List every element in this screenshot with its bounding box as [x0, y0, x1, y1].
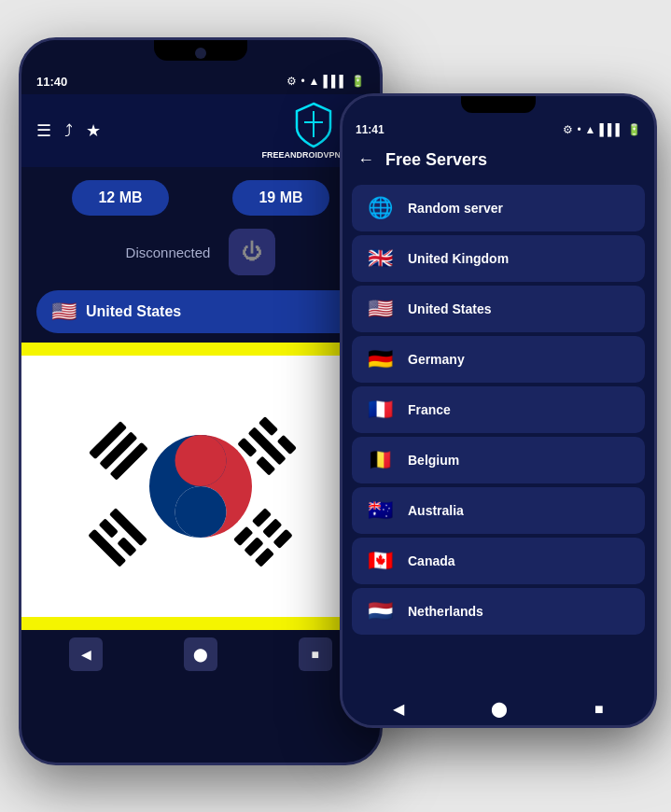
back-icon-left: ◀ — [81, 647, 91, 662]
bottom-nav-left: ◀ ⬤ ■ — [21, 630, 380, 679]
server-item[interactable]: 🇬🇧 United Kingdom — [352, 235, 645, 282]
phone-left: 11:40 ⚙ • ▲ ▌▌▌ 🔋 ☰ ⤴ ★ FREEANDROIDVPN .… — [19, 37, 383, 765]
server-name-0: Random server — [408, 201, 503, 216]
ad-banner-top — [21, 343, 380, 356]
server-item[interactable]: 🇨🇦 Canada — [352, 538, 645, 584]
server-item[interactable]: 🇳🇱 Netherlands — [352, 588, 645, 635]
server-item[interactable]: 🌐 Random server — [352, 185, 645, 231]
notch-center-right — [461, 96, 536, 113]
back-button-right[interactable]: ← — [357, 150, 374, 170]
server-name-2: United States — [408, 301, 491, 316]
settings-icon-left: ⚙ — [287, 75, 297, 88]
share-icon[interactable]: ⤴ — [64, 121, 73, 141]
svg-point-2 — [175, 435, 227, 486]
right-header: ← Free Servers — [342, 141, 654, 181]
ad-banner-bottom — [21, 617, 380, 630]
back-icon-right[interactable]: ◀ — [393, 700, 404, 718]
download-stat: 12 MB — [72, 180, 168, 216]
header-icons-left: ☰ ⤴ ★ — [36, 120, 101, 141]
server-name-6: Australia — [408, 503, 464, 518]
logo-shield — [293, 102, 334, 148]
korea-flag-svg — [42, 379, 359, 594]
server-name-4: France — [408, 402, 451, 417]
server-item[interactable]: 🇫🇷 France — [352, 386, 645, 433]
server-flag-5: 🇧🇪 — [365, 448, 395, 472]
recents-icon-right[interactable]: ■ — [594, 701, 604, 718]
wifi-icon-right: ▲ — [585, 123, 596, 136]
server-flag-2: 🇺🇸 — [365, 297, 395, 321]
wifi-icon-left: ▲ — [309, 75, 320, 88]
country-selector[interactable]: 🇺🇸 United States ⌄ — [36, 290, 365, 333]
server-item[interactable]: 🇧🇪 Belgium — [352, 437, 645, 483]
server-name-7: Canada — [408, 553, 455, 568]
server-flag-3: 🇩🇪 — [365, 347, 395, 371]
battery-icon-left: 🔋 — [351, 75, 365, 88]
time-right: 11:41 — [356, 123, 384, 136]
server-name-3: Germany — [408, 352, 465, 367]
dot-icon-left: • — [301, 75, 304, 88]
country-flag-left: 🇺🇸 — [51, 300, 77, 324]
server-list: 🌐 Random server 🇬🇧 United Kingdom 🇺🇸 Uni… — [342, 181, 654, 693]
back-nav-left[interactable]: ◀ — [69, 637, 103, 671]
phone-right: 11:41 ⚙ • ▲ ▌▌▌ 🔋 ← Free Servers 🌐 Rando… — [340, 93, 657, 728]
home-icon-right[interactable]: ⬤ — [491, 700, 508, 718]
app-header-left: ☰ ⤴ ★ FREEANDROIDVPN .COM — [21, 94, 380, 167]
svg-point-3 — [175, 486, 227, 538]
connection-status: Disconnected — [126, 245, 211, 260]
status-icons-right: ⚙ • ▲ ▌▌▌ 🔋 — [563, 123, 641, 136]
country-name-left: United States — [86, 303, 329, 320]
status-icons-left: ⚙ • ▲ ▌▌▌ 🔋 — [287, 75, 365, 88]
signal-icon-left: ▌▌▌ — [323, 75, 347, 88]
time-left: 11:40 — [36, 75, 67, 89]
power-icon: ⏻ — [242, 240, 262, 264]
status-bar-right: 11:41 ⚙ • ▲ ▌▌▌ 🔋 — [342, 119, 654, 141]
notch-left — [21, 40, 380, 68]
recents-icon-left: ■ — [311, 647, 318, 662]
disconnect-row: Disconnected ⏻ — [21, 223, 380, 285]
server-name-1: United Kingdom — [408, 251, 509, 266]
menu-icon[interactable]: ☰ — [36, 120, 51, 141]
data-stats: 12 MB 19 MB — [21, 167, 380, 223]
server-item[interactable]: 🇩🇪 Germany — [352, 336, 645, 383]
battery-icon-right: 🔋 — [627, 123, 641, 136]
power-button[interactable]: ⏻ — [229, 229, 275, 275]
bottom-nav-right: ◀ ⬤ ■ — [342, 693, 654, 725]
server-flag-0: 🌐 — [365, 196, 395, 220]
notch-right — [342, 96, 654, 119]
settings-icon-right: ⚙ — [563, 123, 573, 136]
dot-icon-right: • — [577, 123, 580, 136]
status-bar-left: 11:40 ⚙ • ▲ ▌▌▌ 🔋 — [21, 68, 380, 94]
phone-right-inner: ← Free Servers 🌐 Random server 🇬🇧 United… — [342, 141, 654, 725]
server-item[interactable]: 🇦🇺 Australia — [352, 487, 645, 534]
server-name-8: Netherlands — [408, 604, 483, 619]
favorite-icon[interactable]: ★ — [86, 120, 101, 141]
flag-display — [21, 356, 380, 617]
server-flag-8: 🇳🇱 — [365, 599, 395, 623]
signal-icon-right: ▌▌▌ — [599, 123, 623, 136]
home-icon-left: ⬤ — [193, 647, 208, 662]
camera-left — [195, 48, 206, 59]
server-item[interactable]: 🇺🇸 United States — [352, 286, 645, 332]
server-flag-6: 🇦🇺 — [365, 498, 395, 523]
servers-title: Free Servers — [385, 150, 487, 170]
home-nav-left[interactable]: ⬤ — [184, 637, 217, 671]
recents-nav-left[interactable]: ■ — [299, 637, 332, 671]
server-flag-7: 🇨🇦 — [365, 549, 395, 573]
upload-stat: 19 MB — [232, 180, 329, 216]
server-flag-4: 🇫🇷 — [365, 398, 395, 422]
server-flag-1: 🇬🇧 — [365, 246, 395, 271]
server-name-5: Belgium — [408, 453, 459, 468]
